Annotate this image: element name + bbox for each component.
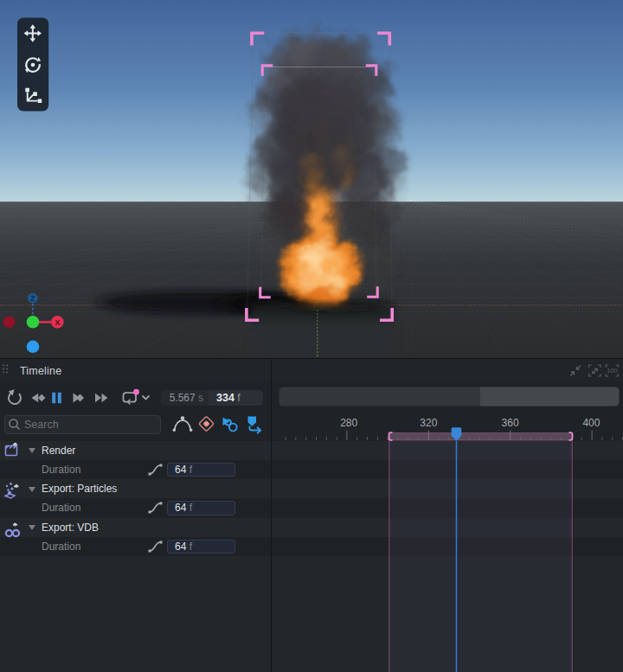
svg-text:320: 320 [420, 417, 437, 429]
svg-text:100: 100 [607, 367, 618, 374]
svg-text:Z: Z [30, 294, 35, 303]
svg-text:280: 280 [340, 417, 357, 429]
svg-text:400: 400 [582, 417, 600, 429]
svg-text:X: X [55, 317, 61, 327]
svg-text:360: 360 [502, 417, 519, 429]
